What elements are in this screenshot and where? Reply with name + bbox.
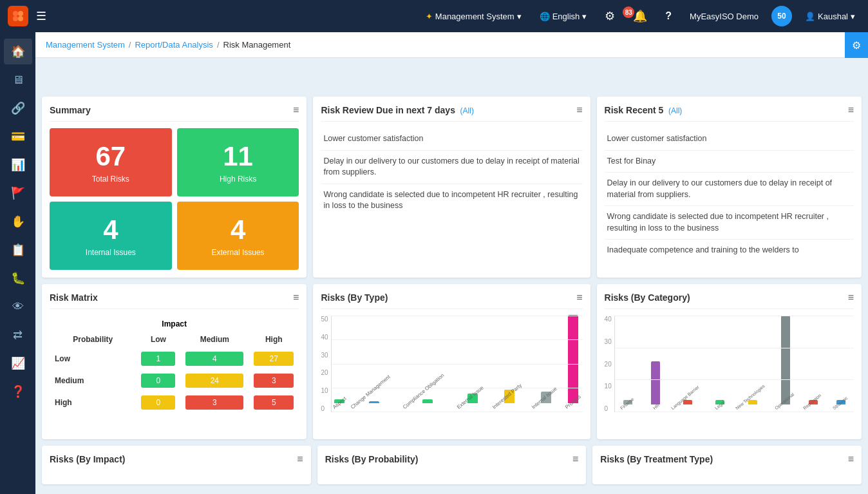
cell-medium-low[interactable]: 0 bbox=[136, 370, 180, 392]
row-high-label: High bbox=[50, 392, 136, 413]
internal-issues-label: Internal Issues bbox=[86, 248, 136, 257]
language-menu[interactable]: 🌐 English ▾ bbox=[534, 9, 592, 24]
internal-issues-tile[interactable]: 4 Internal Issues bbox=[50, 202, 172, 270]
breadcrumb-part2[interactable]: Report/Data Analysis bbox=[135, 40, 212, 50]
sidebar-item-monitor[interactable]: 🖥 bbox=[4, 67, 32, 93]
risks-by-impact-card: Risks (By Impact) ≡ bbox=[42, 446, 311, 484]
sidebar-item-flag[interactable]: 🚩 bbox=[4, 180, 32, 206]
col-low: Low bbox=[136, 331, 180, 348]
help-button[interactable]: ? bbox=[660, 8, 677, 24]
hamburger-menu[interactable]: ☰ bbox=[36, 9, 46, 23]
risk-recent-subtitle[interactable]: (All) bbox=[668, 106, 682, 115]
sidebar-item-exchange[interactable]: ⇄ bbox=[4, 322, 32, 348]
summary-card-header: Summary ≡ bbox=[50, 104, 299, 122]
external-issues-label: External Issues bbox=[212, 248, 265, 257]
bar-operational: Operational bbox=[773, 315, 798, 412]
notifications-button[interactable]: 🔔 83 bbox=[628, 6, 652, 26]
bottom-row: Risks (By Impact) ≡ Risks (By Probabilit… bbox=[42, 446, 862, 484]
risk-matrix-menu-icon[interactable]: ≡ bbox=[293, 292, 299, 303]
risk-recent-item-5[interactable]: Inadequate competence and training to th… bbox=[605, 240, 854, 261]
cell-low-medium[interactable]: 4 bbox=[180, 348, 249, 370]
cell-high-high[interactable]: 5 bbox=[249, 392, 299, 413]
cell-medium-medium[interactable]: 24 bbox=[180, 370, 249, 392]
risk-recent-title: Risk Recent 5 bbox=[605, 105, 664, 115]
risk-matrix-header: Risk Matrix ≡ bbox=[50, 292, 299, 309]
risks-by-probability-menu-icon[interactable]: ≡ bbox=[572, 453, 578, 465]
risk-review-item-3[interactable]: Wrong candidate is selected due to incom… bbox=[321, 184, 582, 217]
user-menu[interactable]: 👤 Kaushal ▾ bbox=[800, 9, 860, 24]
sidebar-item-home[interactable]: 🏠 bbox=[4, 39, 32, 64]
sidebar-item-question[interactable]: ❓ bbox=[4, 379, 32, 404]
cell-high-medium[interactable]: 3 bbox=[180, 392, 249, 413]
risk-review-item-1[interactable]: Lower customer satisfaction bbox=[321, 128, 582, 151]
risk-recent-item-1[interactable]: Lower customer satisfaction bbox=[605, 128, 854, 151]
cell-low-high[interactable]: 27 bbox=[249, 348, 299, 370]
breadcrumb-sep1: / bbox=[129, 40, 131, 50]
bar-legal: Legal bbox=[707, 315, 733, 412]
risk-recent-card: Risk Recent 5 (All) ≡ Lower customer sat… bbox=[597, 97, 862, 278]
risk-recent-item-3[interactable]: Delay in our delivery to our customers d… bbox=[605, 173, 854, 206]
risk-review-header: Risk Review Due in next 7 days (All) ≡ bbox=[321, 104, 582, 122]
management-system-menu[interactable]: ✦ Management System ▾ bbox=[420, 9, 527, 24]
risk-recent-menu-icon[interactable]: ≡ bbox=[848, 104, 854, 116]
bar-finance: Finance bbox=[615, 315, 641, 412]
col-high: High bbox=[249, 331, 299, 348]
user-avatar: 50 bbox=[771, 6, 792, 26]
risk-recent-item-4[interactable]: Wrong candidate is selected due to incom… bbox=[605, 206, 854, 240]
sidebar-item-hand[interactable]: ✋ bbox=[4, 209, 32, 234]
risk-review-menu-icon[interactable]: ≡ bbox=[576, 104, 582, 116]
risk-review-title-group: Risk Review Due in next 7 days (All) bbox=[321, 105, 473, 115]
risk-review-item-2[interactable]: Delay in our delivery to our customers d… bbox=[321, 151, 582, 184]
cell-medium-high[interactable]: 3 bbox=[249, 370, 299, 392]
bar-change-mgmt: Change Management bbox=[350, 315, 399, 412]
col-medium: Medium bbox=[180, 331, 249, 348]
main-content: Summary ≡ 67 Total Risks 11 High Risks 4… bbox=[35, 90, 868, 494]
external-issues-tile[interactable]: 4 External Issues bbox=[177, 202, 299, 270]
sidebar-item-bug[interactable]: 🐛 bbox=[4, 265, 32, 291]
risks-by-impact-title: Risks (By Impact) bbox=[50, 454, 125, 464]
sidebar-item-network[interactable]: 🔗 bbox=[4, 95, 32, 121]
bar-internal-issue: Internal Issue bbox=[531, 315, 561, 412]
bars-category: Finance HR Language Barrier Legal bbox=[614, 316, 854, 412]
risk-recent-item-2[interactable]: Test for Binay bbox=[605, 151, 854, 173]
total-risks-tile[interactable]: 67 Total Risks bbox=[50, 128, 172, 196]
high-risks-num: 11 bbox=[223, 141, 253, 172]
impact-header: Impact bbox=[50, 316, 299, 331]
row-low-label: Low bbox=[50, 348, 136, 370]
matrix-row-low: Low 1 4 27 bbox=[50, 348, 299, 370]
total-risks-num: 67 bbox=[95, 141, 126, 172]
probability-col-header: Probability bbox=[50, 331, 136, 348]
risks-by-impact-menu-icon[interactable]: ≡ bbox=[297, 453, 303, 465]
sidebar-item-card[interactable]: 💳 bbox=[4, 124, 32, 149]
matrix-container: Impact Probability Low Medium High Low 1 bbox=[50, 316, 299, 413]
bar-hr: HR bbox=[643, 315, 668, 412]
breadcrumb-part1[interactable]: Management System bbox=[46, 40, 125, 50]
cell-low-low[interactable]: 1 bbox=[136, 348, 180, 370]
sidebar-item-chart[interactable]: 📊 bbox=[4, 152, 32, 178]
bar-strategic: Strategic bbox=[828, 315, 854, 412]
svg-point-2 bbox=[13, 16, 18, 21]
settings-button[interactable]: ⚙ bbox=[845, 32, 868, 58]
breadcrumb-part3: Risk Management bbox=[223, 40, 291, 50]
risks-by-category-menu-icon[interactable]: ≡ bbox=[848, 292, 854, 303]
sidebar-item-tablet[interactable]: 📋 bbox=[4, 237, 32, 263]
bars-type: Aspect Change Management Compliance Obli… bbox=[331, 316, 583, 412]
risk-recent-list: Lower customer satisfaction Test for Bin… bbox=[605, 128, 854, 261]
summary-menu-icon[interactable]: ≡ bbox=[293, 104, 299, 116]
high-risks-tile[interactable]: 11 High Risks bbox=[177, 128, 299, 196]
integration-icon[interactable]: ⚙ bbox=[599, 6, 620, 26]
svg-point-3 bbox=[18, 16, 23, 21]
risk-review-subtitle[interactable]: (All) bbox=[460, 106, 474, 115]
risks-by-probability-header: Risks (By Probability) ≡ bbox=[325, 453, 579, 465]
cell-high-low[interactable]: 0 bbox=[136, 392, 180, 413]
top-navigation: ☰ ✦ Management System ▾ 🌐 English ▾ ⚙ 🔔 … bbox=[0, 0, 868, 32]
sidebar-item-eye[interactable]: 👁 bbox=[4, 294, 32, 319]
high-risks-label: High Risks bbox=[220, 175, 256, 184]
risk-review-title: Risk Review Due in next 7 days bbox=[321, 105, 455, 115]
internal-issues-num: 4 bbox=[103, 214, 118, 245]
risks-by-treatment-menu-icon[interactable]: ≡ bbox=[848, 453, 854, 465]
sidebar-item-linechart[interactable]: 📈 bbox=[4, 350, 32, 376]
risks-by-type-menu-icon[interactable]: ≡ bbox=[576, 292, 582, 303]
risks-by-category-chart: 010203040 Finance HR bbox=[605, 316, 854, 432]
risks-by-category-title: Risks (By Category) bbox=[605, 292, 690, 303]
